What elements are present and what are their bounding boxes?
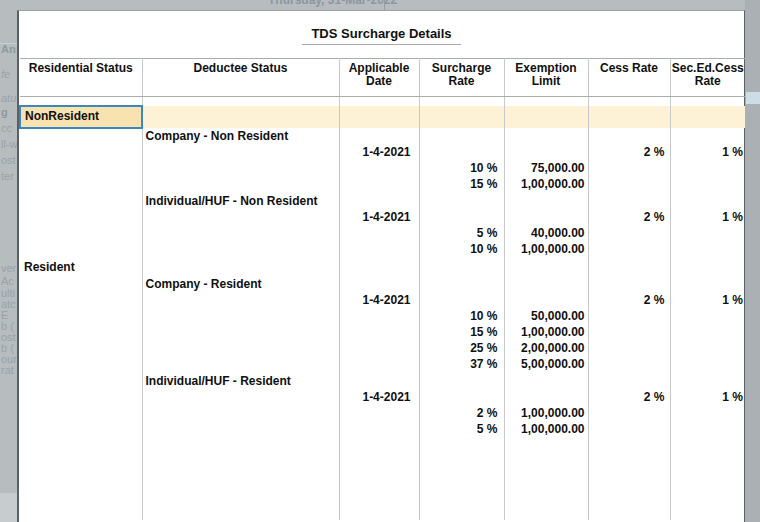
cell [419, 145, 504, 161]
column-header-cess-rate: Cess Rate [588, 59, 670, 97]
surcharge-slab-row: 2 %1,00,000.00 [20, 406, 745, 422]
cell [142, 258, 339, 276]
residential-status-row: NonResident [20, 106, 745, 128]
column-header-sec-ed-cess-rate: Sec.Ed.Cess Rate [670, 59, 745, 97]
cell [20, 357, 142, 373]
background-text-fragment: b ( [1, 321, 17, 332]
exemption-limit-cell: 50,000.00 [504, 309, 588, 325]
background-text-fragment: ost [1, 332, 17, 343]
cell [588, 128, 670, 145]
cell [670, 242, 745, 258]
deductee-status-cell[interactable]: Individual/HUF - Resident [142, 373, 339, 390]
deductee-status-row: Individual/HUF - Resident [20, 373, 745, 390]
background-text-fragment: fe [1, 69, 17, 80]
background-text-fragment: atu [1, 93, 17, 104]
cell [588, 422, 670, 438]
exemption-limit-cell: 1,00,000.00 [504, 242, 588, 258]
applicable-date-cell: 1-4-2021 [339, 293, 419, 309]
cell [419, 438, 504, 520]
applicable-date-row: 1-4-20212 %1 % [20, 293, 745, 309]
deductee-status-cell[interactable]: Company - Resident [142, 276, 339, 293]
cell [588, 193, 670, 210]
cell [670, 309, 745, 325]
surcharge-slab-row: 37 %5,00,000.00 [20, 357, 745, 373]
cell [20, 309, 142, 325]
surcharge-rate-cell: 15 % [419, 325, 504, 341]
exemption-limit-cell: 1,00,000.00 [504, 406, 588, 422]
spacer-row [20, 97, 745, 106]
deductee-status-cell[interactable]: Individual/HUF - Non Resident [142, 193, 339, 210]
screen: { "chrome": { "top_bar_text": "Thursday,… [0, 0, 760, 522]
cell [339, 226, 419, 242]
exemption-limit-cell: 5,00,000.00 [504, 357, 588, 373]
surcharge-rate-cell: 10 % [419, 161, 504, 177]
cell [419, 373, 504, 390]
cell [588, 177, 670, 193]
background-text-fragment: rat [1, 365, 17, 376]
cell [20, 226, 142, 242]
cell [588, 161, 670, 177]
cell [588, 97, 670, 106]
background-titlebar-divider [384, 0, 385, 10]
cell [142, 390, 339, 406]
cess-rate-cell: 2 % [588, 390, 670, 406]
cell [504, 293, 588, 309]
background-text-fragment: An [1, 44, 17, 55]
cell [670, 226, 745, 242]
cell [20, 242, 142, 258]
cell [670, 177, 745, 193]
cell [142, 406, 339, 422]
background-text-fragment: E [1, 310, 17, 321]
cell [20, 161, 142, 177]
cell [588, 357, 670, 373]
applicable-date-row: 1-4-20212 %1 % [20, 145, 745, 161]
cell [419, 293, 504, 309]
cell [670, 276, 745, 293]
cell [20, 293, 142, 309]
cell [142, 325, 339, 341]
background-text-fragment: b ( [1, 343, 17, 354]
cell [670, 193, 745, 210]
cell [20, 373, 142, 390]
cell [670, 341, 745, 357]
exemption-limit-cell: 1,00,000.00 [504, 422, 588, 438]
cell [20, 438, 142, 520]
deductee-status-cell[interactable]: Company - Non Resident [142, 128, 339, 145]
cell [588, 406, 670, 422]
cell [142, 161, 339, 177]
deductee-status-row: Individual/HUF - Non Resident [20, 193, 745, 210]
cell [142, 357, 339, 373]
cell [339, 242, 419, 258]
surcharge-slab-row: 5 %40,000.00 [20, 226, 745, 242]
cell [20, 341, 142, 357]
applicable-date-cell: 1-4-2021 [339, 210, 419, 226]
cell [142, 226, 339, 242]
cell [588, 309, 670, 325]
cell [20, 193, 142, 210]
cell [504, 193, 588, 210]
cell [588, 276, 670, 293]
residential-status-cell[interactable]: Resident [20, 258, 142, 276]
background-text-fragment: Ac [1, 276, 17, 287]
cell [670, 128, 745, 145]
deductee-status-row: Company - Non Resident [20, 128, 745, 145]
cell [142, 177, 339, 193]
cell [588, 106, 670, 128]
cell [339, 422, 419, 438]
cell [419, 210, 504, 226]
exemption-limit-cell: 75,000.00 [504, 161, 588, 177]
background-text-fragment: atc [1, 299, 17, 310]
filler-row [20, 438, 745, 520]
background-text-fragment: ulti [1, 288, 17, 299]
residential-status-cell[interactable]: NonResident [20, 106, 142, 128]
exemption-limit-cell: 1,00,000.00 [504, 177, 588, 193]
cell [670, 258, 745, 276]
surcharge-rate-cell: 15 % [419, 177, 504, 193]
cell [20, 276, 142, 293]
cell [670, 161, 745, 177]
cell [504, 97, 588, 106]
cell [670, 406, 745, 422]
cell [142, 106, 339, 128]
cell [142, 309, 339, 325]
column-header-applicable-date: Applicable Date [339, 59, 419, 97]
